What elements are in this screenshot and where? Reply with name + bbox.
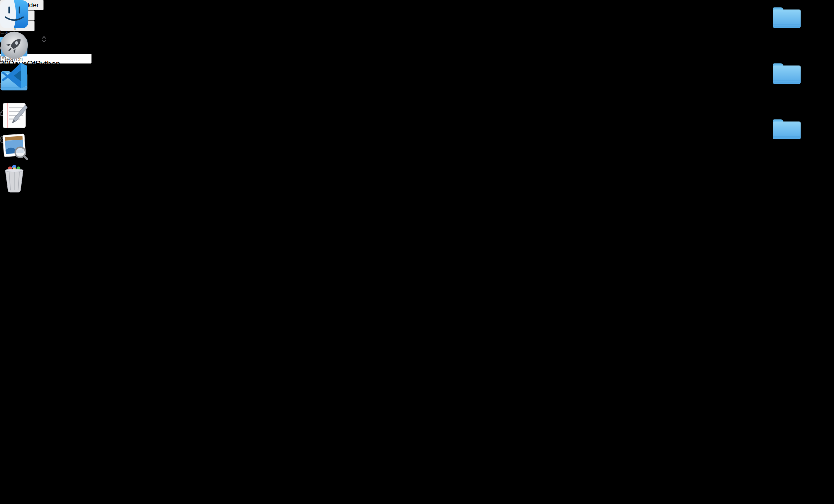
sidebar-tag-purple[interactable]: Purple — [0, 208, 43, 217]
desktop-icon-projects[interactable]: projects — [771, 61, 802, 96]
cloud — [725, 218, 834, 258]
wallpaper-sky — [0, 0, 834, 504]
textedit-icon[interactable] — [0, 101, 29, 130]
trash-icon[interactable] — [0, 163, 29, 193]
finder-icon[interactable] — [0, 0, 29, 29]
folder-icon — [771, 116, 802, 141]
desktop-icon-label: projects — [771, 87, 802, 96]
desktop-icon-label: 30DaysOfJavaScript — [771, 31, 834, 40]
terminal-icon[interactable]: >_ — [0, 92, 29, 101]
folder-icon — [771, 61, 802, 85]
desktop-icon-label: 30DaysOfPython — [771, 143, 832, 152]
dock: >_ — [0, 0, 29, 195]
folder-icon — [771, 4, 802, 29]
cloud — [159, 64, 417, 94]
vscode-icon[interactable] — [0, 62, 29, 90]
desktop-icon-30daysofpython[interactable]: 30DaysOfPython — [771, 116, 832, 152]
desktop-icon-30daysofjavascript[interactable]: 30DaysOfJavaScript — [771, 4, 834, 40]
desktop: 30DaysOfJavaScript projects 30DaysOfPyth… — [0, 0, 834, 504]
sidebar-tag-blue[interactable]: Blue — [0, 199, 43, 208]
launchpad-icon[interactable] — [0, 31, 29, 60]
preview-icon[interactable] — [0, 132, 29, 161]
